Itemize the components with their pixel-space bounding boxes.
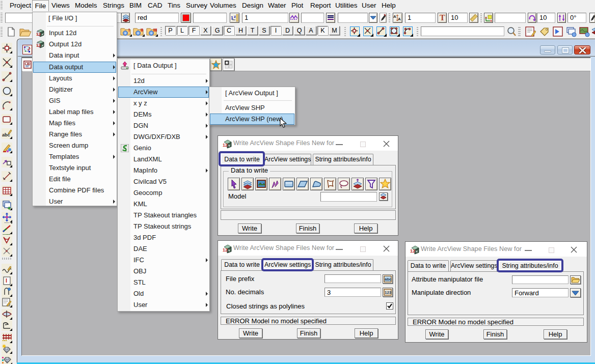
svg-text:I: I (6, 277, 7, 284)
svg-text:12: 12 (36, 32, 41, 37)
svg-text:A: A (398, 17, 401, 21)
svg-text:123: 123 (385, 290, 392, 295)
svg-text:12: 12 (410, 248, 415, 254)
svg-text:12: 12 (223, 143, 228, 148)
svg-text:12: 12 (223, 247, 228, 253)
svg-text:abc: abc (385, 277, 392, 282)
svg-text:z: z (234, 14, 236, 19)
svg-text:II: II (141, 27, 143, 33)
svg-text:A: A (393, 14, 396, 19)
svg-text:12: 12 (36, 43, 41, 48)
svg-text:III: III (153, 27, 157, 33)
svg-text:!: ! (128, 27, 130, 33)
